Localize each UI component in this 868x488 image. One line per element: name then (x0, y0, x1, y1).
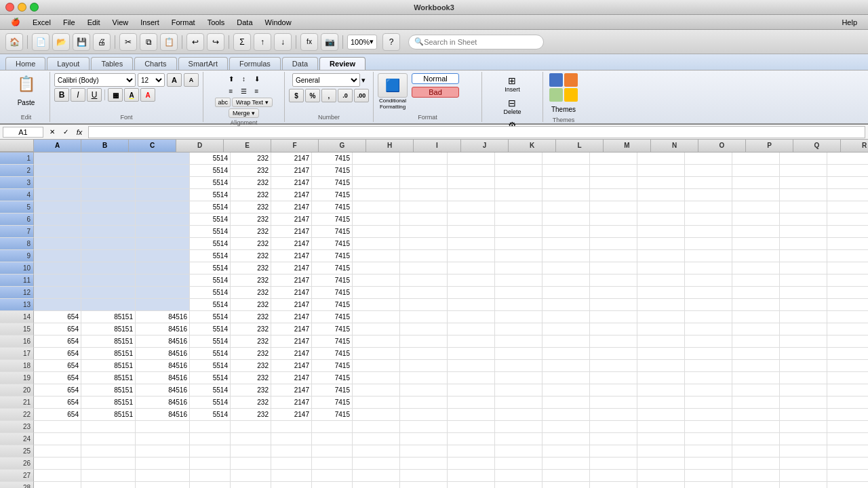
grid-cell[interactable]: 7415 (312, 177, 353, 189)
grid-cell[interactable] (732, 274, 780, 287)
grid-cell[interactable] (637, 348, 685, 360)
menu-insert[interactable]: Insert (135, 17, 165, 28)
grid-cell[interactable] (685, 262, 732, 274)
search-box[interactable]: 🔍 (408, 35, 544, 49)
grid-cell[interactable] (190, 458, 231, 470)
grid-cell[interactable] (732, 482, 780, 488)
menu-format[interactable]: Format (166, 17, 201, 28)
grid-cell[interactable] (780, 336, 827, 348)
grid-cell[interactable] (780, 348, 827, 360)
grid-cell[interactable] (400, 238, 448, 250)
grid-cell[interactable] (637, 274, 685, 287)
grid-cell[interactable] (827, 458, 868, 470)
grid-cell[interactable] (780, 238, 827, 250)
grid-cell[interactable] (590, 274, 637, 287)
grid-cell[interactable]: 7415 (312, 323, 353, 336)
grid-cell[interactable] (732, 250, 780, 262)
grid-cell[interactable] (732, 470, 780, 482)
grid-cell[interactable] (827, 311, 868, 323)
bold-button[interactable]: B (54, 88, 69, 102)
grid-cell[interactable] (448, 445, 495, 458)
grid-cell[interactable] (81, 299, 136, 311)
theme-color-4[interactable] (564, 88, 578, 102)
grid-cell[interactable] (637, 250, 685, 262)
grid-cell[interactable]: 232 (231, 384, 271, 396)
grid-cell[interactable] (685, 384, 732, 396)
grid-cell[interactable] (81, 201, 136, 214)
col-header-K[interactable]: K (509, 140, 556, 152)
grid-cell[interactable]: 2147 (271, 348, 312, 360)
grid-cell[interactable] (190, 445, 231, 458)
menu-edit[interactable]: Edit (82, 17, 106, 28)
grid-cell[interactable] (637, 323, 685, 336)
sum-btn[interactable]: Σ (233, 33, 251, 51)
grid-cell[interactable] (400, 287, 448, 299)
grid-cell[interactable] (271, 445, 312, 458)
grid-cell[interactable] (136, 177, 190, 189)
italic-button[interactable]: I (71, 88, 85, 102)
grid-cell[interactable] (312, 433, 353, 445)
grid-cell[interactable] (685, 177, 732, 189)
grid-cell[interactable] (732, 287, 780, 299)
grid-cell[interactable] (34, 262, 81, 274)
grid-cell[interactable] (637, 311, 685, 323)
grid-cell[interactable]: 232 (231, 226, 271, 238)
grid-cell[interactable]: 654 (34, 372, 81, 384)
grid-cell[interactable] (590, 396, 637, 409)
grid-cell[interactable] (271, 433, 312, 445)
grid-cell[interactable] (542, 360, 590, 372)
grid-cell[interactable]: 85151 (81, 409, 136, 421)
grid-cell[interactable] (353, 177, 400, 189)
bad-style[interactable]: Bad (412, 87, 459, 98)
grid-cell[interactable] (81, 433, 136, 445)
maximize-button[interactable] (30, 3, 39, 12)
grid-cell[interactable]: 232 (231, 372, 271, 384)
grid-cell[interactable] (637, 433, 685, 445)
grid-cell[interactable] (780, 262, 827, 274)
row-number[interactable]: 9 (0, 250, 34, 262)
theme-color-1[interactable] (549, 73, 563, 87)
grid-cell[interactable] (136, 287, 190, 299)
col-header-I[interactable]: I (414, 140, 461, 152)
grid-cell[interactable]: 7415 (312, 274, 353, 287)
grid-cell[interactable]: 2147 (271, 226, 312, 238)
grid-cell[interactable] (400, 458, 448, 470)
grid-cell[interactable] (590, 409, 637, 421)
grid-cell[interactable] (353, 421, 400, 433)
grid-cell[interactable] (81, 238, 136, 250)
grid-cell[interactable]: 85151 (81, 360, 136, 372)
grid-cell[interactable] (542, 299, 590, 311)
grid-cell[interactable] (780, 287, 827, 299)
grid-cell[interactable] (827, 482, 868, 488)
grid-cell[interactable] (732, 323, 780, 336)
grid-cell[interactable] (136, 470, 190, 482)
grid-cell[interactable]: 654 (34, 360, 81, 372)
grid-cell[interactable] (827, 360, 868, 372)
grid-cell[interactable] (34, 421, 81, 433)
increase-decimal-btn[interactable]: .0 (338, 89, 353, 102)
grid-cell[interactable] (685, 214, 732, 226)
grid-cell[interactable] (400, 152, 448, 165)
grid-cell[interactable] (136, 274, 190, 287)
grid-cell[interactable] (542, 262, 590, 274)
grid-cell[interactable] (637, 421, 685, 433)
row-number[interactable]: 17 (0, 348, 34, 360)
grid-cell[interactable]: 7415 (312, 384, 353, 396)
grid-cell[interactable] (590, 152, 637, 165)
grid-cell[interactable] (448, 262, 495, 274)
currency-btn[interactable]: $ (289, 89, 304, 102)
grid-cell[interactable] (542, 287, 590, 299)
grid-cell[interactable] (685, 396, 732, 409)
grid-cell[interactable] (590, 262, 637, 274)
grid-cell[interactable] (495, 323, 542, 336)
grid-cell[interactable] (590, 348, 637, 360)
grid-cell[interactable] (81, 177, 136, 189)
grid-cell[interactable] (495, 238, 542, 250)
grid-cell[interactable] (780, 201, 827, 214)
grid-cell[interactable] (590, 384, 637, 396)
menu-view[interactable]: View (107, 17, 134, 28)
grid-cell[interactable]: 7415 (312, 214, 353, 226)
grid-cell[interactable] (495, 336, 542, 348)
grid-cell[interactable] (590, 214, 637, 226)
grid-cell[interactable]: 84516 (136, 372, 190, 384)
